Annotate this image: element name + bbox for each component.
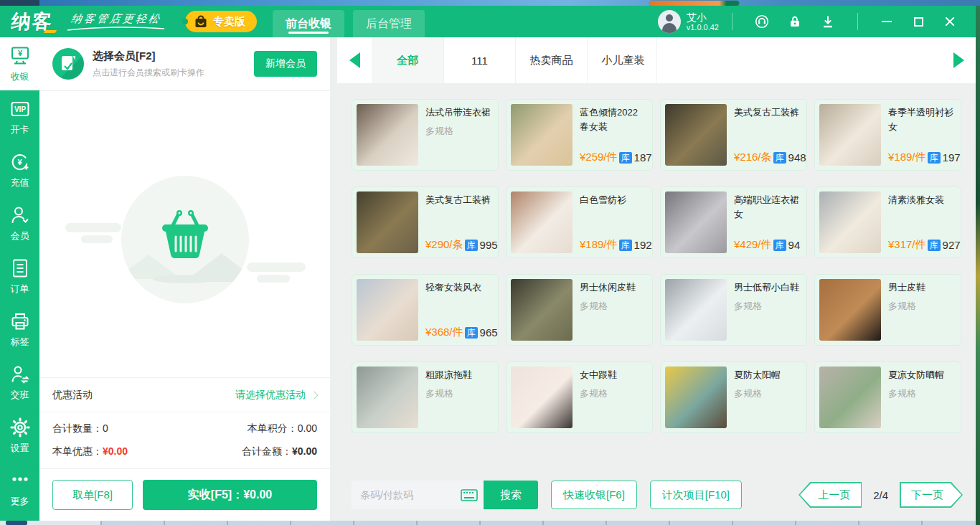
category-tab[interactable]: 全部 <box>372 37 443 83</box>
tab-front-cashier[interactable]: 前台收银 <box>273 10 344 37</box>
desktop-top-strip <box>0 0 980 6</box>
basket-icon <box>152 205 218 264</box>
close-button[interactable] <box>934 9 966 34</box>
category-tab[interactable]: 小儿童装 <box>587 37 656 83</box>
nav-item-labels[interactable]: 标签 <box>0 303 39 356</box>
user-name: 艾小 <box>687 11 719 23</box>
product-card[interactable]: 夏防太阳帽 多规格 <box>660 361 807 433</box>
product-card[interactable]: 白色雪纺衫 ¥189/件 库 192 <box>506 186 653 258</box>
product-price-row: ¥216/条 库 948 <box>734 151 801 164</box>
product-name: 美式复古工装裤 <box>734 105 801 120</box>
minimize-button[interactable] <box>871 9 903 34</box>
product-price-row: ¥259/件 库 187 <box>580 151 646 164</box>
promo-select-link[interactable]: 请选择优惠活动 <box>235 389 317 402</box>
empty-cart-area <box>39 91 330 377</box>
product-spec: 多规格 <box>888 300 955 313</box>
product-name: 夏防太阳帽 <box>734 368 801 382</box>
product-image <box>819 191 881 253</box>
tab-backend-admin[interactable]: 后台管理 <box>353 10 425 37</box>
checkout-actions: 取单[F8] 实收[F5]：¥0.00 <box>39 468 330 521</box>
nav-item-open-card[interactable]: VIP 开卡 <box>0 90 39 143</box>
category-scroll-left[interactable] <box>337 37 372 83</box>
product-image <box>819 104 881 166</box>
nav-item-settings[interactable]: 设置 <box>0 409 39 462</box>
settings-gear-icon <box>9 417 31 438</box>
product-card[interactable]: 美式复古工装裤 ¥216/条 库 948 <box>660 99 807 171</box>
maximize-button[interactable] <box>903 9 934 34</box>
download-progress-pill <box>650 1 739 6</box>
nav-item-orders[interactable]: 订单 <box>0 250 39 303</box>
counting-item-button[interactable]: 计次项目[F10] <box>650 481 742 509</box>
category-tab[interactable]: 111 <box>443 37 515 83</box>
quick-cashier-button[interactable]: 快速收银[F6] <box>551 481 637 509</box>
product-stock: 965 <box>480 326 498 339</box>
avatar[interactable] <box>658 10 681 33</box>
mode-tabs: 前台收银 后台管理 <box>273 6 425 37</box>
product-name: 蓝色倾情2022春女装 <box>580 105 646 134</box>
product-image <box>665 366 727 428</box>
recharge-icon: ¥ <box>9 151 31 173</box>
nav-item-recharge[interactable]: ¥ 充值 <box>0 143 39 197</box>
product-price: ¥368/件 <box>425 326 463 339</box>
product-name: 美式复古工装裤 <box>425 193 492 207</box>
product-card[interactable]: 春季半透明衬衫女 ¥189/件 库 197 <box>814 99 961 171</box>
product-name: 高端职业连衣裙女 <box>734 193 801 222</box>
edition-badge-label: 专卖版 <box>213 15 245 29</box>
product-image <box>357 104 418 166</box>
order-totals: 合计数量：0 本单积分：0.00 本单优惠：¥0.00 合计金额：¥0.00 <box>39 412 330 468</box>
category-scroll-right[interactable] <box>941 37 976 83</box>
product-card[interactable]: 夏凉女防晒帽 多规格 <box>814 361 961 433</box>
svg-text:VIP: VIP <box>14 105 25 113</box>
product-name: 男士皮鞋 <box>888 280 955 295</box>
taskbar-strip <box>0 521 976 525</box>
product-card[interactable]: 男士休闲皮鞋 多规格 <box>506 274 653 346</box>
product-grid: 法式吊带连衣裙 多规格 蓝色倾情2022春女装 ¥259/件 库 187 美式复… <box>337 83 976 475</box>
product-stock: 948 <box>788 151 806 164</box>
product-price: ¥317/件 <box>888 238 926 252</box>
product-price: ¥189/件 <box>580 238 618 252</box>
nav-item-members[interactable]: 会员 <box>0 197 39 250</box>
checkout-button[interactable]: 实收[F5]：¥0.00 <box>143 480 317 510</box>
product-spec: 多规格 <box>888 387 955 400</box>
prev-page-button[interactable]: 上一页 <box>798 482 862 508</box>
product-card[interactable]: 男士皮鞋 多规格 <box>814 274 961 346</box>
lock-icon[interactable] <box>787 14 803 29</box>
support-icon[interactable] <box>754 14 770 29</box>
next-page-button[interactable]: 下一页 <box>900 482 963 508</box>
member-select-header[interactable]: 选择会员[F2] 点击进行会员搜索或刷卡操作 新增会员 <box>39 37 330 91</box>
stock-badge: 库 <box>619 240 632 251</box>
download-icon[interactable] <box>820 14 836 29</box>
edition-badge: 专卖版 <box>185 11 257 32</box>
search-button[interactable]: 搜索 <box>484 481 538 509</box>
stock-badge: 库 <box>465 240 478 251</box>
product-name: 轻奢女装风衣 <box>425 280 492 295</box>
cloud-decoration <box>257 275 290 283</box>
product-name: 女中跟鞋 <box>580 368 646 382</box>
product-card[interactable]: 粗跟凉拖鞋 多规格 <box>352 361 499 433</box>
pos-window: 纳客 纳客管店更轻松 专卖版 前台收银 后台管理 <box>0 6 976 521</box>
product-spec: 多规格 <box>580 300 646 313</box>
product-stock: 197 <box>943 151 961 164</box>
user-meta: 艾小 v1.0.0.42 <box>687 11 719 32</box>
app-logo: 纳客 <box>11 9 53 34</box>
product-card[interactable]: 轻奢女装风衣 ¥368/件 库 965 <box>352 274 499 346</box>
nav-item-more[interactable]: 更多 <box>0 462 39 515</box>
product-card[interactable]: 美式复古工装裤 ¥290/条 库 995 <box>352 186 499 258</box>
product-card[interactable]: 高端职业连衣裙女 ¥429/件 库 94 <box>660 186 807 258</box>
total-amount: 合计金额：¥0.00 <box>242 445 317 458</box>
category-bar-spacer <box>656 37 942 83</box>
nav-item-shift[interactable]: 交班 <box>0 356 39 409</box>
product-name: 春季半透明衬衫女 <box>888 105 955 134</box>
stock-badge: 库 <box>928 152 941 164</box>
product-card[interactable]: 女中跟鞋 多规格 <box>506 361 653 433</box>
hold-order-button[interactable]: 取单[F8] <box>52 480 133 510</box>
category-tab[interactable]: 热卖商品 <box>515 37 587 83</box>
member-select-subtitle: 点击进行会员搜索或刷卡操作 <box>93 67 204 79</box>
product-card[interactable]: 清素淡雅女装 ¥317/件 库 927 <box>814 186 961 258</box>
product-card[interactable]: 蓝色倾情2022春女装 ¥259/件 库 187 <box>506 99 653 171</box>
nav-item-cashier[interactable]: ¥ 收银 <box>0 37 39 90</box>
add-member-button[interactable]: 新增会员 <box>254 51 317 77</box>
product-card[interactable]: 法式吊带连衣裙 多规格 <box>352 99 499 171</box>
product-image <box>665 279 727 341</box>
product-card[interactable]: 男士低帮小白鞋 多规格 <box>660 274 807 346</box>
